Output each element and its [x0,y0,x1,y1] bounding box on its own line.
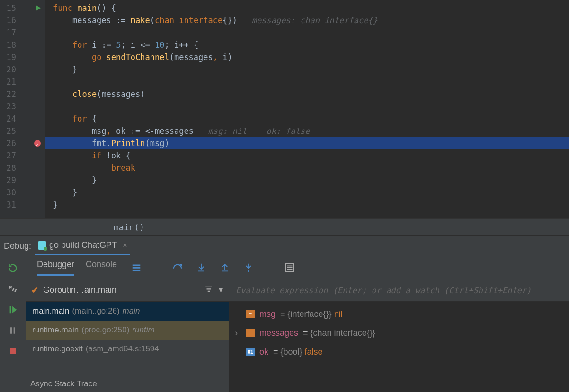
settings-icon[interactable] [7,283,19,295]
stack-frame[interactable]: runtime.goexit(asm_amd64.s:1594 [26,340,229,358]
step-over-icon[interactable] [172,262,183,273]
debug-left-rail [0,256,26,392]
context-bar: main() [0,218,569,235]
debug-config-tab[interactable]: go build ChatGPT × [35,236,130,255]
tab-debugger[interactable]: Debugger [37,260,74,276]
check-icon: ✔ [31,285,38,296]
close-icon[interactable]: × [123,241,127,250]
threads-icon[interactable] [131,262,142,273]
async-stack-label: Async Stack Trace [26,376,229,392]
debug-toolwindow-header: Debug: go build ChatGPT × [0,235,569,256]
variables-panel: Evaluate expression (Enter) or add a wat… [229,279,569,392]
evaluate-input[interactable]: Evaluate expression (Enter) or add a wat… [229,279,569,302]
run-gutter-icon[interactable] [36,5,41,11]
variable-row[interactable]: ≡msg = {interface{}} nil [229,305,569,323]
run-to-cursor-icon[interactable] [243,262,254,273]
editor-code[interactable]: func main() { messages := make(chan inte… [45,0,569,218]
evaluate-icon[interactable] [284,262,295,273]
debug-step-icons [117,261,295,274]
debug-config-name: go build ChatGPT [49,240,117,250]
code-editor[interactable]: 1516171819202122232425262728293031 func … [0,0,569,235]
variable-row[interactable]: 01ok = {bool} false [229,342,569,361]
debug-toolbar: Debugger Console [26,256,569,279]
debug-label: Debug: [4,241,31,251]
go-icon [38,241,46,250]
resume-icon[interactable] [7,304,19,316]
var-type-icon: ≡ [246,310,255,318]
rerun-icon[interactable] [7,262,19,274]
context-function: main() [114,222,144,232]
thread-name: Goroutin…ain.main [43,285,116,295]
expand-icon[interactable]: › [235,328,241,338]
evaluate-placeholder: Evaluate expression (Enter) or add a wat… [236,286,531,295]
debug-body: Debugger Console ✔ Goroutin…ain.main [0,256,569,392]
debug-tabs: Debugger Console [26,260,117,276]
stack-frame[interactable]: runtime.main(proc.go:250)runtim [26,321,229,340]
thread-selector[interactable]: ✔ Goroutin…ain.main ▾ [26,279,229,302]
stop-icon[interactable] [7,345,19,357]
editor-gutter[interactable]: 1516171819202122232425262728293031 [0,0,45,218]
frames-list[interactable]: main.main(main..go:26)mainruntime.main(p… [26,302,229,376]
stack-frame[interactable]: main.main(main..go:26)main [26,302,229,321]
step-out-icon[interactable] [220,262,230,273]
svg-rect-0 [10,348,16,354]
separator [269,261,269,274]
pause-icon[interactable] [7,324,19,337]
separator [157,261,157,274]
var-type-icon: ≡ [246,329,255,337]
breakpoint-icon[interactable] [34,140,41,147]
tab-console[interactable]: Console [86,260,117,276]
frames-panel: ✔ Goroutin…ain.main ▾ main.main(main..go… [26,279,229,392]
filter-icon[interactable] [204,285,213,296]
var-type-icon: 01 [246,348,255,356]
variable-row[interactable]: ›≡messages = {chan interface{}} [229,323,569,342]
step-into-icon[interactable] [196,262,206,273]
variables-list[interactable]: ≡msg = {interface{}} nil›≡messages = {ch… [229,302,569,392]
chevron-down-icon[interactable]: ▾ [219,285,223,296]
